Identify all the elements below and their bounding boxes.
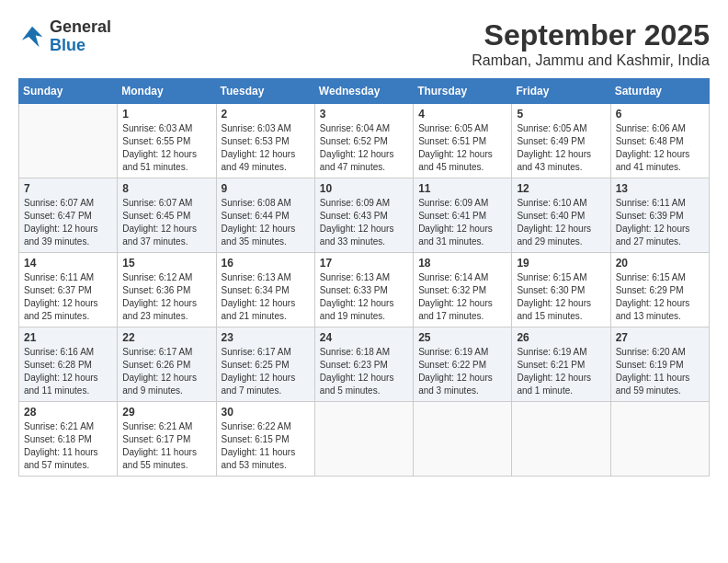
calendar-week-1: 1Sunrise: 6:03 AMSunset: 6:55 PMDaylight… [19,104,710,178]
calendar-week-4: 21Sunrise: 6:16 AMSunset: 6:28 PMDayligh… [19,327,710,402]
calendar-cell: 12Sunrise: 6:10 AMSunset: 6:40 PMDayligh… [512,178,610,253]
calendar-cell: 1Sunrise: 6:03 AMSunset: 6:55 PMDaylight… [118,104,216,178]
cell-info-text: Sunrise: 6:09 AMSunset: 6:43 PMDaylight:… [320,197,408,248]
cell-info-text: Sunrise: 6:05 AMSunset: 6:49 PMDaylight:… [517,122,605,174]
svg-marker-0 [22,27,43,48]
cell-info-text: Sunrise: 6:19 AMSunset: 6:21 PMDaylight:… [517,346,605,397]
cell-info-text: Sunrise: 6:15 AMSunset: 6:30 PMDaylight:… [517,271,605,323]
cell-info-text: Sunrise: 6:10 AMSunset: 6:40 PMDaylight:… [517,197,605,248]
weekday-sunday: Sunday [19,79,118,104]
calendar-cell: 9Sunrise: 6:08 AMSunset: 6:44 PMDaylight… [216,178,314,253]
calendar-cell: 11Sunrise: 6:09 AMSunset: 6:41 PMDayligh… [414,178,512,253]
calendar-cell [314,402,413,477]
cell-date-number: 8 [122,182,210,195]
cell-info-text: Sunrise: 6:17 AMSunset: 6:26 PMDaylight:… [122,346,210,397]
cell-info-text: Sunrise: 6:03 AMSunset: 6:53 PMDaylight:… [222,122,310,174]
calendar-cell [512,402,610,477]
calendar-cell: 21Sunrise: 6:16 AMSunset: 6:28 PMDayligh… [19,327,118,402]
cell-date-number: 17 [320,257,408,270]
cell-date-number: 26 [517,331,605,344]
calendar-cell: 23Sunrise: 6:17 AMSunset: 6:25 PMDayligh… [216,327,314,402]
page-subtitle: Ramban, Jammu and Kashmir, India [472,52,710,69]
weekday-header-row: SundayMondayTuesdayWednesdayThursdayFrid… [19,79,710,104]
cell-date-number: 25 [418,331,506,344]
calendar-cell: 3Sunrise: 6:04 AMSunset: 6:52 PMDaylight… [314,104,413,178]
calendar-cell [19,104,118,178]
weekday-thursday: Thursday [414,79,512,104]
cell-date-number: 5 [517,108,605,121]
calendar-cell: 7Sunrise: 6:07 AMSunset: 6:47 PMDaylight… [19,178,118,253]
cell-info-text: Sunrise: 6:20 AMSunset: 6:19 PMDaylight:… [616,346,704,397]
calendar-cell: 16Sunrise: 6:13 AMSunset: 6:34 PMDayligh… [216,253,314,327]
weekday-wednesday: Wednesday [314,79,413,104]
cell-date-number: 19 [517,257,605,270]
cell-date-number: 13 [616,182,704,195]
cell-date-number: 9 [222,182,310,195]
logo-icon [18,23,46,51]
calendar-cell: 24Sunrise: 6:18 AMSunset: 6:23 PMDayligh… [314,327,413,402]
weekday-saturday: Saturday [610,79,709,104]
calendar-cell [610,402,709,477]
page-title: September 2025 [472,18,710,52]
cell-date-number: 7 [24,182,112,195]
calendar-cell: 26Sunrise: 6:19 AMSunset: 6:21 PMDayligh… [512,327,610,402]
page-header: General Blue September 2025 Ramban, Jamm… [18,18,710,69]
cell-date-number: 20 [616,257,704,270]
calendar-cell: 5Sunrise: 6:05 AMSunset: 6:49 PMDaylight… [512,104,610,178]
calendar-cell: 20Sunrise: 6:15 AMSunset: 6:29 PMDayligh… [610,253,709,327]
calendar-header: SundayMondayTuesdayWednesdayThursdayFrid… [19,79,710,104]
cell-date-number: 30 [222,406,310,419]
cell-date-number: 4 [418,108,506,121]
logo-line2: Blue [50,36,85,54]
cell-info-text: Sunrise: 6:12 AMSunset: 6:36 PMDaylight:… [122,271,210,323]
cell-info-text: Sunrise: 6:11 AMSunset: 6:37 PMDaylight:… [24,271,112,323]
cell-date-number: 29 [122,406,210,419]
calendar-cell: 29Sunrise: 6:21 AMSunset: 6:17 PMDayligh… [118,402,216,477]
cell-info-text: Sunrise: 6:21 AMSunset: 6:17 PMDaylight:… [122,420,210,472]
cell-info-text: Sunrise: 6:09 AMSunset: 6:41 PMDaylight:… [418,197,506,248]
cell-info-text: Sunrise: 6:14 AMSunset: 6:32 PMDaylight:… [418,271,506,323]
calendar-body: 1Sunrise: 6:03 AMSunset: 6:55 PMDaylight… [19,104,710,477]
cell-date-number: 23 [222,331,310,344]
cell-info-text: Sunrise: 6:06 AMSunset: 6:48 PMDaylight:… [616,122,704,174]
calendar-cell [414,402,512,477]
cell-date-number: 1 [122,108,210,121]
calendar-cell: 19Sunrise: 6:15 AMSunset: 6:30 PMDayligh… [512,253,610,327]
cell-date-number: 15 [122,257,210,270]
cell-info-text: Sunrise: 6:07 AMSunset: 6:47 PMDaylight:… [24,197,112,248]
cell-info-text: Sunrise: 6:13 AMSunset: 6:33 PMDaylight:… [320,271,408,323]
cell-date-number: 24 [320,331,408,344]
calendar-cell: 14Sunrise: 6:11 AMSunset: 6:37 PMDayligh… [19,253,118,327]
weekday-friday: Friday [512,79,610,104]
calendar-cell: 28Sunrise: 6:21 AMSunset: 6:18 PMDayligh… [19,402,118,477]
calendar-cell: 13Sunrise: 6:11 AMSunset: 6:39 PMDayligh… [610,178,709,253]
cell-date-number: 22 [122,331,210,344]
cell-info-text: Sunrise: 6:07 AMSunset: 6:45 PMDaylight:… [122,197,210,248]
cell-info-text: Sunrise: 6:17 AMSunset: 6:25 PMDaylight:… [222,346,310,397]
calendar-cell: 25Sunrise: 6:19 AMSunset: 6:22 PMDayligh… [414,327,512,402]
calendar-cell: 8Sunrise: 6:07 AMSunset: 6:45 PMDaylight… [118,178,216,253]
cell-date-number: 3 [320,108,408,121]
cell-date-number: 14 [24,257,112,270]
cell-info-text: Sunrise: 6:21 AMSunset: 6:18 PMDaylight:… [24,420,112,472]
calendar-week-5: 28Sunrise: 6:21 AMSunset: 6:18 PMDayligh… [19,402,710,477]
weekday-tuesday: Tuesday [216,79,314,104]
cell-info-text: Sunrise: 6:15 AMSunset: 6:29 PMDaylight:… [616,271,704,323]
calendar-cell: 22Sunrise: 6:17 AMSunset: 6:26 PMDayligh… [118,327,216,402]
cell-info-text: Sunrise: 6:11 AMSunset: 6:39 PMDaylight:… [616,197,704,248]
logo-line1: General [50,17,111,36]
calendar-cell: 18Sunrise: 6:14 AMSunset: 6:32 PMDayligh… [414,253,512,327]
calendar-cell: 30Sunrise: 6:22 AMSunset: 6:15 PMDayligh… [216,402,314,477]
cell-date-number: 16 [222,257,310,270]
cell-date-number: 21 [24,331,112,344]
cell-info-text: Sunrise: 6:18 AMSunset: 6:23 PMDaylight:… [320,346,408,397]
cell-info-text: Sunrise: 6:16 AMSunset: 6:28 PMDaylight:… [24,346,112,397]
calendar-week-3: 14Sunrise: 6:11 AMSunset: 6:37 PMDayligh… [19,253,710,327]
cell-info-text: Sunrise: 6:03 AMSunset: 6:55 PMDaylight:… [122,122,210,174]
cell-date-number: 2 [222,108,310,121]
calendar-cell: 6Sunrise: 6:06 AMSunset: 6:48 PMDaylight… [610,104,709,178]
calendar-cell: 4Sunrise: 6:05 AMSunset: 6:51 PMDaylight… [414,104,512,178]
calendar-cell: 10Sunrise: 6:09 AMSunset: 6:43 PMDayligh… [314,178,413,253]
cell-date-number: 27 [616,331,704,344]
calendar-table: SundayMondayTuesdayWednesdayThursdayFrid… [18,78,710,477]
